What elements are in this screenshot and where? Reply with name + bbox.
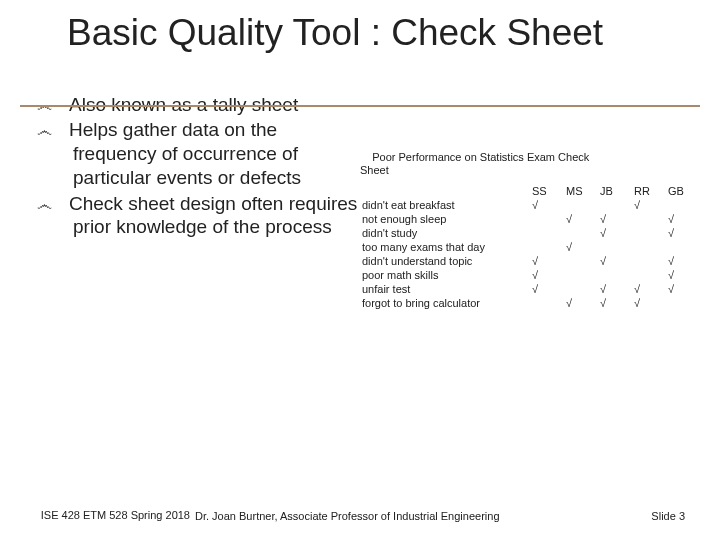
table-header-row: SS MS JB RR GB	[360, 179, 700, 198]
cell	[598, 268, 632, 282]
table-row: not enough sleep √ √ √	[360, 212, 700, 226]
cell	[632, 226, 666, 240]
cell: √	[598, 282, 632, 296]
title-underline	[20, 105, 700, 107]
table-row: unfair test √ √ √ √	[360, 282, 700, 296]
cell: √	[564, 212, 598, 226]
table-row: forgot to bring calculator √ √ √	[360, 296, 700, 310]
cell	[530, 212, 564, 226]
cell: √	[598, 296, 632, 310]
footer-right: Slide 3	[651, 510, 685, 522]
cell: √	[632, 198, 666, 212]
bullet-icon: ෴	[55, 195, 69, 215]
content-area: ෴Also known as a tally sheet ෴Helps gath…	[0, 55, 720, 310]
row-label: unfair test	[360, 282, 530, 296]
col-header: GB	[666, 179, 700, 198]
cell: √	[632, 296, 666, 310]
bullet-icon: ෴	[55, 121, 69, 141]
cell: √	[564, 240, 598, 254]
cell: √	[666, 254, 700, 268]
footer-left: ISE 428 ETM 528 Spring 2018	[40, 509, 190, 522]
slide-title: Basic Quality Tool : Check Sheet	[0, 0, 720, 55]
bullet-list: ෴Also known as a tally sheet ෴Helps gath…	[55, 93, 360, 310]
table-row: too many exams that day √	[360, 240, 700, 254]
cell	[564, 198, 598, 212]
check-sheet-table-area: Poor Performance on Statistics Exam Chec…	[360, 93, 700, 310]
cell	[632, 254, 666, 268]
cell	[530, 226, 564, 240]
cell	[598, 198, 632, 212]
row-label: didn't study	[360, 226, 530, 240]
caption-line1: Poor Performance on Statistics Exam Chec…	[360, 151, 589, 163]
bullet-item: ෴Check sheet design often requires prior…	[55, 192, 360, 240]
cell	[598, 240, 632, 254]
row-label: didn't eat breakfast	[360, 198, 530, 212]
footer-center: Dr. Joan Burtner, Associate Professor of…	[195, 510, 500, 522]
cell	[530, 296, 564, 310]
col-header: JB	[598, 179, 632, 198]
cell	[666, 240, 700, 254]
table-caption: Poor Performance on Statistics Exam Chec…	[360, 151, 700, 179]
caption-line2: Sheet	[360, 164, 389, 176]
cell: √	[666, 212, 700, 226]
cell	[564, 282, 598, 296]
bullet-item: ෴Helps gather data on the frequency of o…	[55, 118, 360, 189]
cell	[564, 226, 598, 240]
check-sheet-table: SS MS JB RR GB didn't eat breakfast √ √ …	[360, 179, 700, 310]
bullet-text: Helps gather data on the frequency of oc…	[69, 119, 301, 188]
cell: √	[598, 254, 632, 268]
cell: √	[598, 226, 632, 240]
cell: √	[530, 268, 564, 282]
cell: √	[666, 268, 700, 282]
cell	[564, 268, 598, 282]
col-header: SS	[530, 179, 564, 198]
row-label: forgot to bring calculator	[360, 296, 530, 310]
bullet-text: Check sheet design often requires prior …	[69, 193, 357, 238]
cell: √	[598, 212, 632, 226]
row-label: too many exams that day	[360, 240, 530, 254]
col-header: RR	[632, 179, 666, 198]
cell	[564, 254, 598, 268]
row-label: didn't understand topic	[360, 254, 530, 268]
table-row: didn't understand topic √ √ √	[360, 254, 700, 268]
table-row: poor math skills √ √	[360, 268, 700, 282]
cell	[632, 212, 666, 226]
table-row: didn't study √ √	[360, 226, 700, 240]
col-header: MS	[564, 179, 598, 198]
cell: √	[530, 198, 564, 212]
cell: √	[666, 282, 700, 296]
row-label: not enough sleep	[360, 212, 530, 226]
row-label: poor math skills	[360, 268, 530, 282]
cell: √	[564, 296, 598, 310]
cell: √	[530, 254, 564, 268]
cell	[530, 240, 564, 254]
cell	[632, 268, 666, 282]
cell: √	[530, 282, 564, 296]
cell	[666, 296, 700, 310]
cell	[632, 240, 666, 254]
table-row: didn't eat breakfast √ √	[360, 198, 700, 212]
cell: √	[632, 282, 666, 296]
cell: √	[666, 226, 700, 240]
cell	[666, 198, 700, 212]
